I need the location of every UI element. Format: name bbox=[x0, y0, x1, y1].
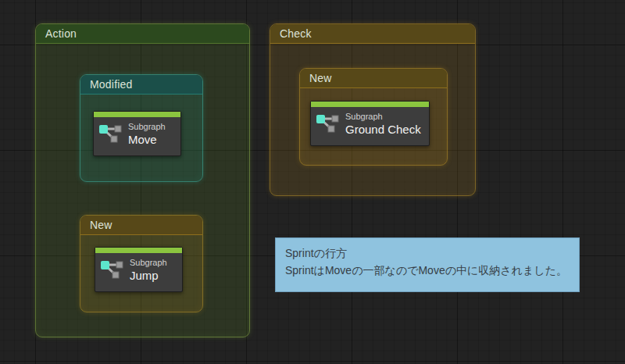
node-title: Ground Check bbox=[345, 122, 421, 137]
group-check-label: Check bbox=[280, 27, 312, 40]
node-title: Jump bbox=[130, 268, 167, 283]
group-action-label: Action bbox=[45, 27, 77, 40]
node-subgraph-move[interactable]: Subgraph Move bbox=[93, 111, 181, 156]
group-modified-label: Modified bbox=[90, 78, 133, 91]
annotation-line-1: Sprintの行方 bbox=[285, 244, 570, 262]
annotation-note: Sprintの行方 SprintはMoveの一部なのでMoveの中に収納されまし… bbox=[275, 237, 580, 292]
subgraph-icon bbox=[101, 259, 124, 283]
group-new-in-action-header[interactable]: New bbox=[80, 216, 202, 235]
annotation-line-2: SprintはMoveの一部なのでMoveの中に収納されました。 bbox=[285, 262, 570, 279]
subgraph-icon bbox=[99, 123, 123, 147]
node-subgraph-jump[interactable]: Subgraph Jump bbox=[95, 247, 183, 292]
group-action-header[interactable]: Action bbox=[36, 24, 249, 44]
subgraph-icon bbox=[316, 113, 340, 137]
graph-editor[interactable]: { "groups": { "action": { "label": "Acti… bbox=[0, 0, 625, 364]
group-new-in-check-label: New bbox=[309, 72, 332, 84]
node-title-bar bbox=[94, 112, 180, 117]
node-title-bar bbox=[311, 102, 429, 107]
group-new-in-check-header[interactable]: New bbox=[300, 69, 447, 88]
group-modified-header[interactable]: Modified bbox=[80, 75, 202, 95]
node-title: Move bbox=[128, 132, 166, 147]
node-type-label: Subgraph bbox=[128, 121, 166, 132]
node-title-bar bbox=[95, 248, 182, 253]
node-subgraph-ground-check[interactable]: Subgraph Ground Check bbox=[310, 101, 430, 146]
group-check-header[interactable]: Check bbox=[270, 24, 475, 44]
group-new-in-action-label: New bbox=[90, 219, 112, 231]
node-type-label: Subgraph bbox=[345, 111, 421, 122]
node-type-label: Subgraph bbox=[130, 257, 167, 268]
